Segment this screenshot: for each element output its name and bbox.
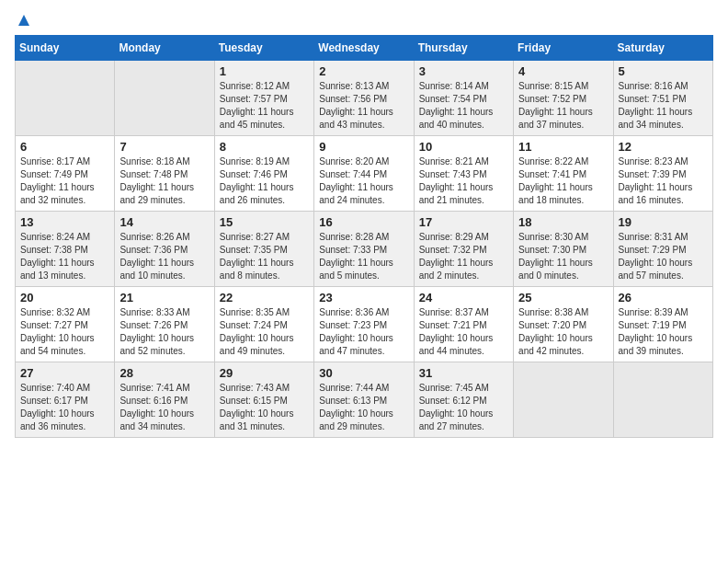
day-info: Sunrise: 8:26 AMSunset: 7:36 PMDaylight:… <box>119 231 209 282</box>
day-number: 3 <box>419 64 508 78</box>
weekday-header: Monday <box>115 36 214 61</box>
weekday-header: Thursday <box>414 36 513 61</box>
calendar-day-cell: 3Sunrise: 8:14 AMSunset: 7:54 PMDaylight… <box>414 61 513 136</box>
day-number: 20 <box>20 291 109 304</box>
calendar-day-cell: 26Sunrise: 8:39 AMSunset: 7:19 PMDayligh… <box>613 287 712 362</box>
day-number: 4 <box>518 64 608 78</box>
day-number: 10 <box>419 140 508 154</box>
calendar-day-cell: 18Sunrise: 8:30 AMSunset: 7:30 PMDayligh… <box>514 212 613 287</box>
day-info: Sunrise: 8:13 AMSunset: 7:56 PMDaylight:… <box>319 80 408 132</box>
day-number: 8 <box>220 140 309 154</box>
calendar-week-row: 6Sunrise: 8:17 AMSunset: 7:49 PMDaylight… <box>16 136 713 212</box>
day-info: Sunrise: 8:14 AMSunset: 7:54 PMDaylight:… <box>419 80 508 132</box>
day-number: 31 <box>419 366 508 380</box>
calendar-day-cell <box>613 362 712 438</box>
day-number: 17 <box>419 215 508 229</box>
day-number: 12 <box>619 140 708 154</box>
calendar-day-cell: 2Sunrise: 8:13 AMSunset: 7:56 PMDaylight… <box>314 61 414 136</box>
day-number: 1 <box>220 64 309 78</box>
calendar-week-row: 1Sunrise: 8:12 AMSunset: 7:57 PMDaylight… <box>16 61 713 136</box>
calendar-day-cell: 4Sunrise: 8:15 AMSunset: 7:52 PMDaylight… <box>514 61 613 136</box>
calendar-day-cell: 28Sunrise: 7:41 AMSunset: 6:16 PMDayligh… <box>115 362 214 438</box>
day-number: 11 <box>518 140 608 154</box>
calendar-day-cell: 25Sunrise: 8:38 AMSunset: 7:20 PMDayligh… <box>514 287 613 362</box>
day-number: 27 <box>20 366 109 380</box>
day-number: 14 <box>119 215 209 229</box>
day-info: Sunrise: 8:18 AMSunset: 7:48 PMDaylight:… <box>119 155 209 207</box>
day-info: Sunrise: 8:17 AMSunset: 7:49 PMDaylight:… <box>20 155 109 207</box>
day-info: Sunrise: 7:45 AMSunset: 6:12 PMDaylight:… <box>419 382 508 433</box>
day-number: 9 <box>319 140 408 154</box>
calendar-day-cell: 31Sunrise: 7:45 AMSunset: 6:12 PMDayligh… <box>414 362 513 438</box>
calendar-day-cell: 12Sunrise: 8:23 AMSunset: 7:39 PMDayligh… <box>613 136 712 212</box>
day-info: Sunrise: 7:40 AMSunset: 6:17 PMDaylight:… <box>20 382 109 433</box>
weekday-header: Friday <box>514 36 613 61</box>
day-number: 22 <box>220 291 309 304</box>
logo-icon <box>17 13 31 28</box>
day-info: Sunrise: 8:39 AMSunset: 7:19 PMDaylight:… <box>619 306 708 358</box>
day-info: Sunrise: 8:20 AMSunset: 7:44 PMDaylight:… <box>319 155 408 207</box>
day-info: Sunrise: 8:24 AMSunset: 7:38 PMDaylight:… <box>20 231 109 282</box>
calendar-day-cell: 29Sunrise: 7:43 AMSunset: 6:15 PMDayligh… <box>214 362 313 438</box>
day-info: Sunrise: 8:29 AMSunset: 7:32 PMDaylight:… <box>419 231 508 282</box>
calendar-day-cell: 11Sunrise: 8:22 AMSunset: 7:41 PMDayligh… <box>514 136 613 212</box>
calendar-day-cell: 7Sunrise: 8:18 AMSunset: 7:48 PMDaylight… <box>115 136 214 212</box>
day-number: 29 <box>220 366 309 380</box>
calendar-day-cell: 13Sunrise: 8:24 AMSunset: 7:38 PMDayligh… <box>16 212 115 287</box>
calendar-day-cell: 27Sunrise: 7:40 AMSunset: 6:17 PMDayligh… <box>16 362 115 438</box>
day-info: Sunrise: 8:33 AMSunset: 7:26 PMDaylight:… <box>119 306 209 358</box>
svg-marker-0 <box>18 15 29 26</box>
header <box>15 15 713 28</box>
day-info: Sunrise: 7:41 AMSunset: 6:16 PMDaylight:… <box>119 382 209 433</box>
calendar-day-cell: 14Sunrise: 8:26 AMSunset: 7:36 PMDayligh… <box>115 212 214 287</box>
weekday-header: Saturday <box>613 36 712 61</box>
day-info: Sunrise: 8:16 AMSunset: 7:51 PMDaylight:… <box>619 80 708 132</box>
day-info: Sunrise: 8:21 AMSunset: 7:43 PMDaylight:… <box>419 155 508 207</box>
day-number: 30 <box>319 366 408 380</box>
calendar-day-cell: 24Sunrise: 8:37 AMSunset: 7:21 PMDayligh… <box>414 287 513 362</box>
calendar-day-cell: 17Sunrise: 8:29 AMSunset: 7:32 PMDayligh… <box>414 212 513 287</box>
calendar-day-cell: 19Sunrise: 8:31 AMSunset: 7:29 PMDayligh… <box>613 212 712 287</box>
day-number: 23 <box>319 291 408 304</box>
day-info: Sunrise: 8:23 AMSunset: 7:39 PMDaylight:… <box>619 155 708 207</box>
weekday-header: Sunday <box>16 36 115 61</box>
day-info: Sunrise: 8:32 AMSunset: 7:27 PMDaylight:… <box>20 306 109 358</box>
calendar-day-cell: 22Sunrise: 8:35 AMSunset: 7:24 PMDayligh… <box>214 287 313 362</box>
calendar-day-cell: 5Sunrise: 8:16 AMSunset: 7:51 PMDaylight… <box>613 61 712 136</box>
day-number: 19 <box>619 215 708 229</box>
calendar-day-cell: 10Sunrise: 8:21 AMSunset: 7:43 PMDayligh… <box>414 136 513 212</box>
day-number: 28 <box>119 366 209 380</box>
day-info: Sunrise: 7:44 AMSunset: 6:13 PMDaylight:… <box>319 382 408 433</box>
day-info: Sunrise: 8:31 AMSunset: 7:29 PMDaylight:… <box>619 231 708 282</box>
calendar-day-cell <box>514 362 613 438</box>
calendar-day-cell: 16Sunrise: 8:28 AMSunset: 7:33 PMDayligh… <box>314 212 414 287</box>
calendar-day-cell: 21Sunrise: 8:33 AMSunset: 7:26 PMDayligh… <box>115 287 214 362</box>
day-info: Sunrise: 8:30 AMSunset: 7:30 PMDaylight:… <box>518 231 608 282</box>
calendar-week-row: 27Sunrise: 7:40 AMSunset: 6:17 PMDayligh… <box>16 362 713 438</box>
day-number: 24 <box>419 291 508 304</box>
day-number: 25 <box>518 291 608 304</box>
day-number: 15 <box>220 215 309 229</box>
calendar-day-cell: 20Sunrise: 8:32 AMSunset: 7:27 PMDayligh… <box>16 287 115 362</box>
day-number: 7 <box>119 140 209 154</box>
day-info: Sunrise: 7:43 AMSunset: 6:15 PMDaylight:… <box>220 382 309 433</box>
day-info: Sunrise: 8:38 AMSunset: 7:20 PMDaylight:… <box>518 306 608 358</box>
day-number: 18 <box>518 215 608 229</box>
day-info: Sunrise: 8:19 AMSunset: 7:46 PMDaylight:… <box>220 155 309 207</box>
day-number: 2 <box>319 64 408 78</box>
day-info: Sunrise: 8:37 AMSunset: 7:21 PMDaylight:… <box>419 306 508 358</box>
day-number: 6 <box>20 140 109 154</box>
day-number: 21 <box>119 291 209 304</box>
weekday-header: Wednesday <box>314 36 414 61</box>
day-info: Sunrise: 8:15 AMSunset: 7:52 PMDaylight:… <box>518 80 608 132</box>
day-number: 26 <box>619 291 708 304</box>
calendar-day-cell: 6Sunrise: 8:17 AMSunset: 7:49 PMDaylight… <box>16 136 115 212</box>
day-info: Sunrise: 8:27 AMSunset: 7:35 PMDaylight:… <box>220 231 309 282</box>
calendar-header-row: SundayMondayTuesdayWednesdayThursdayFrid… <box>16 36 713 61</box>
calendar-day-cell: 30Sunrise: 7:44 AMSunset: 6:13 PMDayligh… <box>314 362 414 438</box>
day-number: 13 <box>20 215 109 229</box>
logo <box>15 15 31 28</box>
day-info: Sunrise: 8:36 AMSunset: 7:23 PMDaylight:… <box>319 306 408 358</box>
calendar-day-cell: 23Sunrise: 8:36 AMSunset: 7:23 PMDayligh… <box>314 287 414 362</box>
day-info: Sunrise: 8:35 AMSunset: 7:24 PMDaylight:… <box>220 306 309 358</box>
